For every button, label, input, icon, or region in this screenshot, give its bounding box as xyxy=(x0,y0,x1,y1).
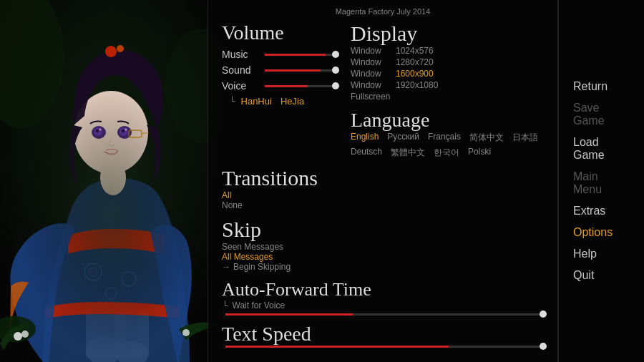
autoforward-section: Auto-Forward Time └ Wait for Voice xyxy=(222,279,544,315)
transitions-title: Transitions xyxy=(222,166,544,190)
voice-option-hejia[interactable]: HeJia xyxy=(280,96,304,107)
language-title: Language xyxy=(351,109,544,132)
display-row-2: Window 1280x720 xyxy=(351,57,544,67)
textspeed-slider-row xyxy=(222,346,544,348)
lang-japanese[interactable]: 日本語 xyxy=(512,132,538,144)
display-label-2: Window xyxy=(351,57,390,67)
svg-point-32 xyxy=(105,46,117,57)
menu-return[interactable]: Return xyxy=(573,80,630,93)
display-row-1: Window 1024x576 xyxy=(351,46,544,56)
lang-russian[interactable]: Русский xyxy=(387,132,419,144)
character-illustration xyxy=(0,0,222,362)
language-grid: English Русский Français 简体中文 日本語 Deutsc… xyxy=(351,132,544,159)
wait-label: Wait for Voice xyxy=(233,300,286,310)
voice-slider[interactable] xyxy=(265,85,336,87)
svg-point-48 xyxy=(18,72,204,358)
menu-extras[interactable]: Extras xyxy=(573,205,630,217)
skip-seen[interactable]: Seen Messages xyxy=(222,242,544,252)
textspeed-title: Text Speed xyxy=(222,323,544,346)
language-section: Language English Русский Français 简体中文 日… xyxy=(351,109,544,159)
settings-panel: Magenta Factory July 2014 Volume Music S… xyxy=(208,0,558,362)
menu-help[interactable]: Help xyxy=(573,248,630,260)
voice-options: └ HanHui HeJia xyxy=(229,96,336,107)
volume-section: Volume Music Sound xyxy=(222,21,336,107)
skip-begin[interactable]: → Begin Skipping xyxy=(222,262,544,272)
wait-arrow-icon: └ xyxy=(222,300,228,310)
voice-arrow: └ xyxy=(229,96,235,107)
lang-simplified-chinese[interactable]: 简体中文 xyxy=(469,132,504,144)
display-1024[interactable]: 1024x576 xyxy=(396,46,434,56)
textspeed-section: Text Speed xyxy=(222,323,544,348)
skip-section: Skip Seen Messages All Messages → Begin … xyxy=(222,217,544,272)
svg-point-33 xyxy=(117,45,124,52)
menu-quit[interactable]: Quit xyxy=(573,269,630,282)
background-art xyxy=(0,0,222,362)
voice-slider-row: Voice xyxy=(222,80,336,92)
volume-title: Volume xyxy=(222,21,336,44)
sound-label: Sound xyxy=(222,64,261,76)
display-label-1: Window xyxy=(351,46,390,56)
header-title: Magenta Factory July 2014 xyxy=(222,7,544,16)
skip-begin-label: Begin Skipping xyxy=(233,262,291,272)
display-fullscreen[interactable]: Fullscreen xyxy=(351,92,390,102)
svg-point-46 xyxy=(21,331,29,338)
lang-english[interactable]: English xyxy=(351,132,379,144)
menu-options[interactable]: Options xyxy=(573,226,630,239)
display-title: Display xyxy=(351,21,544,46)
wait-voice-row: └ Wait for Voice xyxy=(222,300,544,310)
voice-option-hanhui[interactable]: HanHui xyxy=(241,96,272,107)
music-label: Music xyxy=(222,49,261,60)
menu-load-game[interactable]: Load Game xyxy=(573,136,630,162)
autoforward-title: Auto-Forward Time xyxy=(222,279,544,300)
display-1280[interactable]: 1280x720 xyxy=(396,57,434,67)
skip-options: Seen Messages All Messages → Begin Skipp… xyxy=(222,242,544,272)
music-slider-row: Music xyxy=(222,49,336,60)
display-label-4: Window xyxy=(351,80,390,90)
lang-french[interactable]: Français xyxy=(428,132,461,144)
lang-traditional-chinese[interactable]: 繁體中文 xyxy=(391,147,425,159)
menu-save-game[interactable]: Save Game xyxy=(573,102,630,127)
display-row-5: Fullscreen xyxy=(351,92,544,102)
svg-point-45 xyxy=(14,332,22,341)
sound-slider-row: Sound xyxy=(222,64,336,76)
menu-main-menu[interactable]: Main Menu xyxy=(573,170,630,196)
display-1920[interactable]: 1920x1080 xyxy=(396,80,438,90)
trans-none[interactable]: None xyxy=(222,200,544,210)
display-label-3: Window xyxy=(351,69,390,79)
voice-label: Voice xyxy=(222,80,261,92)
skip-all[interactable]: All Messages xyxy=(222,252,544,262)
skip-title: Skip xyxy=(222,217,544,242)
lang-german[interactable]: Deutsch xyxy=(351,147,382,159)
display-options: Window 1024x576 Window 1280x720 Window 1… xyxy=(351,46,544,102)
autoforward-slider[interactable] xyxy=(225,313,544,315)
skip-arrow-icon: → xyxy=(222,262,230,272)
svg-point-47 xyxy=(182,329,190,336)
autoforward-slider-row xyxy=(222,313,544,315)
lang-korean[interactable]: 한국어 xyxy=(434,147,459,159)
display-section: Display Window 1024x576 Window 1280x720 … xyxy=(351,21,544,102)
display-row-3: Window 1600x900 xyxy=(351,69,544,79)
display-row-4: Window 1920x1080 xyxy=(351,80,544,90)
transitions-options: All None xyxy=(222,190,544,210)
music-slider[interactable] xyxy=(265,54,336,56)
display-1600[interactable]: 1600x900 xyxy=(396,69,434,79)
trans-all[interactable]: All xyxy=(222,190,544,200)
right-menu: Return Save Game Load Game Main Menu Ext… xyxy=(558,0,644,362)
sound-slider[interactable] xyxy=(265,69,336,72)
lang-polish[interactable]: Polski xyxy=(468,147,491,159)
textspeed-slider[interactable] xyxy=(225,346,544,348)
left-separator xyxy=(208,0,208,362)
transitions-section: Transitions All None xyxy=(222,166,544,210)
